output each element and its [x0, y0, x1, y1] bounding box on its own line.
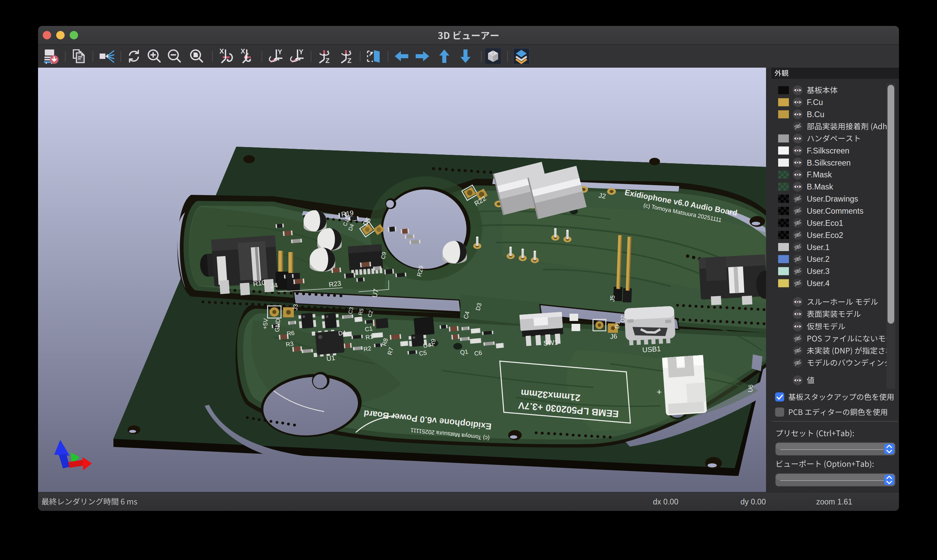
svg-text:Q1: Q1: [460, 348, 469, 356]
svg-text:B.Mask: B.Mask: [807, 182, 833, 191]
svg-text:User.Drawings: User.Drawings: [807, 194, 858, 203]
svg-text:USB1: USB1: [642, 345, 661, 354]
svg-text:User.2: User.2: [807, 255, 829, 263]
svg-text:D2: D2: [619, 315, 626, 323]
svg-text:U1: U1: [326, 354, 335, 362]
svg-text:User.Comments: User.Comments: [807, 207, 863, 215]
svg-text:Z: Z: [325, 57, 329, 64]
svg-text:Y: Y: [299, 48, 303, 55]
svg-text:J4: J4: [270, 282, 278, 290]
svg-text:Y: Y: [278, 48, 282, 55]
svg-text:J2: J2: [598, 191, 606, 200]
svg-text:R3: R3: [285, 340, 294, 348]
svg-text:R1: R1: [365, 333, 374, 341]
svg-text:R6: R6: [286, 329, 295, 337]
svg-text:User.4: User.4: [807, 279, 829, 288]
svg-text:F.Cu: F.Cu: [807, 98, 823, 107]
svg-text:X: X: [220, 48, 224, 55]
svg-text:F.Mask: F.Mask: [807, 170, 832, 179]
svg-text:SW1: SW1: [543, 338, 559, 347]
svg-text:Z: Z: [347, 57, 351, 64]
svg-text:C5: C5: [419, 349, 428, 357]
svg-text:J6: J6: [610, 332, 618, 340]
svg-text:C1: C1: [365, 325, 373, 333]
svg-text:F.Silkscreen: F.Silkscreen: [807, 146, 849, 155]
svg-text:User.Eco2: User.Eco2: [807, 231, 843, 240]
svg-text:U6: U6: [747, 384, 754, 393]
svg-text:+: +: [657, 387, 662, 397]
svg-text:+5V: +5V: [262, 318, 269, 329]
svg-text:J3: J3: [292, 304, 299, 311]
svg-text:R2: R2: [363, 345, 372, 353]
svg-text:J5: J5: [609, 295, 616, 302]
svg-text:User.Eco1: User.Eco1: [807, 219, 843, 228]
svg-text:B.Cu: B.Cu: [807, 110, 824, 119]
svg-text:User.1: User.1: [807, 243, 829, 252]
svg-text:D4: D4: [338, 329, 347, 337]
svg-text:GND: GND: [274, 318, 282, 332]
svg-text:B.Silkscreen: B.Silkscreen: [807, 158, 851, 167]
svg-text:C6: C6: [474, 349, 483, 357]
svg-text:User.3: User.3: [807, 267, 829, 275]
svg-text:X: X: [241, 48, 245, 55]
